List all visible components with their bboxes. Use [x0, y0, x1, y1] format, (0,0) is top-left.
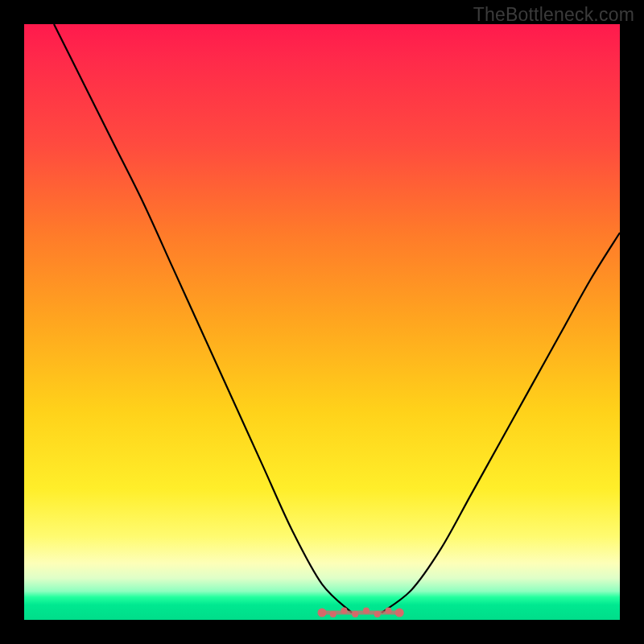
watermark-text: TheBottleneck.com	[473, 4, 634, 26]
svg-point-4	[363, 608, 369, 614]
curve-left-limb	[54, 24, 352, 613]
svg-point-7	[395, 609, 404, 617]
svg-point-2	[341, 608, 347, 614]
svg-point-1	[330, 611, 336, 617]
svg-point-6	[385, 608, 391, 614]
bottleneck-curve	[24, 24, 620, 620]
valley-dotted-segment	[318, 608, 404, 618]
plot-area	[24, 24, 620, 620]
svg-point-3	[352, 611, 358, 617]
curve-right-limb	[382, 233, 620, 613]
svg-point-0	[318, 609, 327, 617]
chart-frame: TheBottleneck.com	[0, 0, 644, 644]
svg-point-5	[374, 611, 381, 617]
